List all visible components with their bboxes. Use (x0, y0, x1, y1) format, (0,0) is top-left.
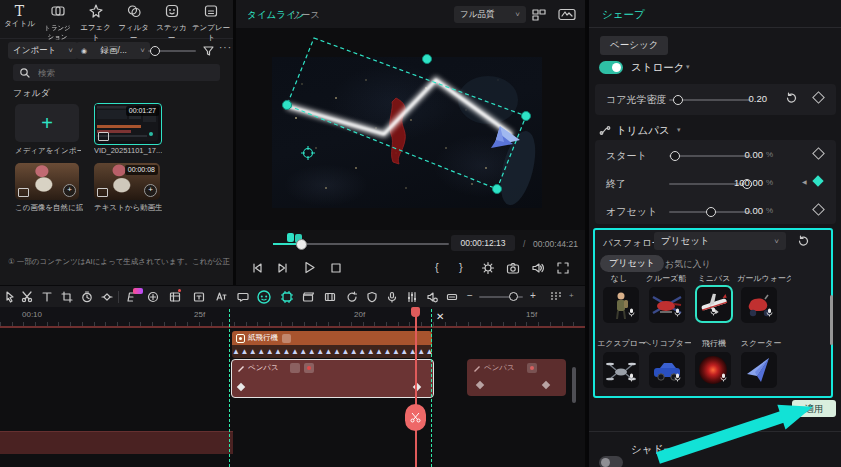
playhead-line[interactable] (415, 307, 417, 467)
keyframe-diamond[interactable] (542, 381, 550, 389)
record-dropdown[interactable]: ◉ 録画/... ˅ (76, 42, 150, 59)
add-to-timeline-icon[interactable]: + (144, 184, 157, 197)
add-track-button[interactable]: + (569, 291, 574, 300)
preset-tile-helicopter[interactable] (649, 287, 685, 323)
nav-sticker[interactable]: ステッカー (153, 3, 190, 43)
media-clip-expand[interactable]: + (15, 163, 79, 200)
preview-size-slider[interactable] (148, 44, 196, 56)
audio-mixer-icon[interactable] (406, 291, 418, 303)
preset-scrollbar[interactable] (830, 295, 833, 345)
play-button[interactable] (302, 260, 317, 275)
smart-edit-icon[interactable] (280, 290, 294, 304)
speed-clock-icon[interactable] (81, 291, 93, 303)
tab-source[interactable]: ソース (291, 9, 320, 22)
search-box[interactable] (13, 64, 220, 81)
preset-dropdown[interactable]: プリセット ˅ (654, 232, 786, 250)
auto-caption-icon[interactable] (215, 291, 227, 303)
mark-in-button[interactable]: { (435, 261, 439, 273)
shield-icon[interactable] (366, 291, 378, 303)
snapshot-camera-icon[interactable] (506, 261, 520, 275)
mic-icon[interactable] (386, 291, 398, 303)
zoom-out-button[interactable]: − (467, 290, 473, 301)
tab-favorites[interactable]: お気に入り (665, 258, 711, 271)
preset-tile-car[interactable] (649, 352, 685, 388)
preset-tile-scooter[interactable] (741, 287, 777, 323)
nav-template[interactable]: テンプレート (191, 3, 231, 43)
timeline-scrollbar[interactable] (572, 367, 576, 403)
timeline-zoom-slider[interactable] (479, 295, 523, 299)
playhead-head[interactable] (411, 307, 420, 317)
timeline-ruler[interactable]: 00:10 25f 20f 15f (0, 307, 585, 326)
preset-label-girlwalk: ガールウォーク (737, 273, 791, 284)
import-media-tile[interactable]: + (15, 104, 79, 142)
preset-tile-airplane-selected[interactable] (695, 285, 733, 323)
settings-gear-icon[interactable] (481, 261, 495, 275)
preset-tile-radar[interactable] (695, 352, 731, 388)
nav-filter[interactable]: フィルター (115, 3, 152, 43)
clip-lower-track[interactable] (0, 431, 233, 454)
search-input[interactable] (36, 67, 200, 79)
clip-paper-airplane[interactable]: 紙飛行機 ▲▲▲▲▲▲▲▲▲▲▲▲▲▲▲▲▲▲▲▲▲▲▲▲▲▲▲▲▲▲▲▲▲▲▲… (232, 331, 432, 358)
keyframe-diamond[interactable] (476, 381, 484, 389)
import-dropdown[interactable]: インポート ˅ (8, 42, 78, 59)
prev-keyframe-icon[interactable]: ◀ (802, 178, 807, 185)
scopes-icon[interactable] (558, 8, 576, 21)
stroke-toggle[interactable] (599, 61, 623, 74)
quality-dropdown[interactable]: フル品質 ˅ (454, 6, 526, 23)
text-template-icon[interactable] (193, 291, 205, 303)
mark-out-button[interactable]: } (459, 261, 463, 273)
clapper-icon[interactable] (302, 291, 314, 303)
scene-detect-icon[interactable] (324, 291, 336, 303)
pathfollow-reset-icon[interactable] (797, 235, 809, 247)
prev-frame-button[interactable] (250, 261, 264, 275)
keyframe-tool-icon[interactable] (101, 291, 113, 303)
more-options-button[interactable]: ··· (219, 42, 232, 53)
shadow-toggle[interactable] (599, 456, 623, 467)
select-tool-icon[interactable] (4, 291, 16, 303)
loop-icon[interactable] (346, 291, 358, 303)
compound-clip-icon[interactable] (147, 291, 159, 303)
filter-funnel-icon[interactable] (202, 44, 215, 57)
stop-button[interactable] (329, 261, 343, 275)
clip-penpath-right[interactable]: ペンパス (467, 359, 566, 396)
media-clip-vid[interactable]: 00:01:27 (94, 103, 162, 145)
track-manage-icon[interactable] (549, 291, 562, 303)
speech-bubble-icon[interactable] (237, 291, 249, 303)
audio-settings-icon[interactable] (426, 291, 438, 303)
trim-boundary-left[interactable] (229, 309, 230, 467)
split-scissors-badge[interactable] (405, 404, 426, 431)
trimpath-collapse-icon[interactable]: ▾ (677, 126, 681, 134)
clip-penpath-selected[interactable]: ペンパス (231, 359, 434, 398)
reset-icon[interactable] (785, 92, 797, 104)
seek-knob[interactable] (296, 239, 307, 250)
ai-assistant-icon[interactable] (257, 290, 271, 304)
layout-grid-icon[interactable] (532, 8, 547, 21)
trim-boundary-right[interactable] (431, 309, 432, 467)
clip-textgen-label: テキストから動画生... (94, 203, 162, 213)
media-clip-textgen[interactable]: 00:00:08 + (94, 163, 160, 200)
tab-preset[interactable]: プリセット (600, 255, 664, 272)
apply-button[interactable]: 適用 (792, 400, 836, 417)
close-selection-button[interactable]: ✕ (436, 311, 444, 322)
preset-tile-paperplane[interactable] (741, 352, 777, 388)
nav-effect[interactable]: エフェクト (77, 3, 114, 43)
add-to-timeline-icon[interactable]: + (63, 184, 76, 197)
keyframe-diamond[interactable] (237, 383, 245, 391)
preset-tile-explorer[interactable] (603, 287, 639, 323)
stroke-collapse-icon[interactable]: ▾ (686, 63, 690, 71)
volume-icon[interactable] (531, 261, 545, 275)
crop-icon[interactable] (61, 291, 73, 303)
fit-timeline-icon[interactable] (446, 291, 458, 303)
basic-tab[interactable]: ベーシック (600, 36, 668, 55)
fullscreen-icon[interactable] (556, 261, 570, 275)
render-preview-icon[interactable] (169, 291, 181, 303)
nav-title[interactable]: T タイトル (1, 3, 38, 29)
preset-tile-drone[interactable] (603, 352, 639, 388)
text-tool-icon[interactable] (41, 291, 53, 303)
shadow-collapse-icon[interactable]: ▾ (679, 445, 683, 453)
nav-transition[interactable]: トランジション (39, 3, 76, 43)
split-scissors-icon[interactable] (21, 291, 33, 303)
next-frame-button[interactable] (276, 261, 290, 275)
zoom-in-button[interactable]: + (530, 290, 536, 301)
clip-range-marker[interactable] (287, 233, 294, 242)
